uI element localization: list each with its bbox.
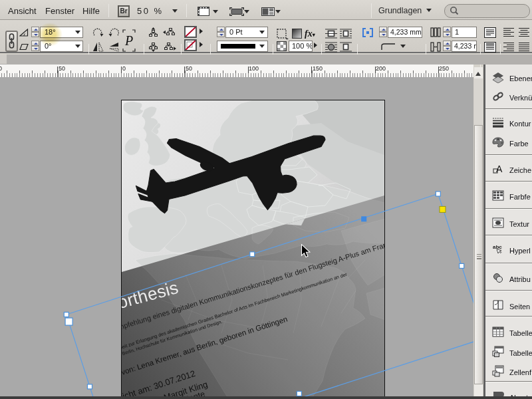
svg-text:A: A	[496, 164, 503, 174]
svg-text:P: P	[124, 33, 133, 48]
svg-text:abc: abc	[493, 244, 502, 250]
